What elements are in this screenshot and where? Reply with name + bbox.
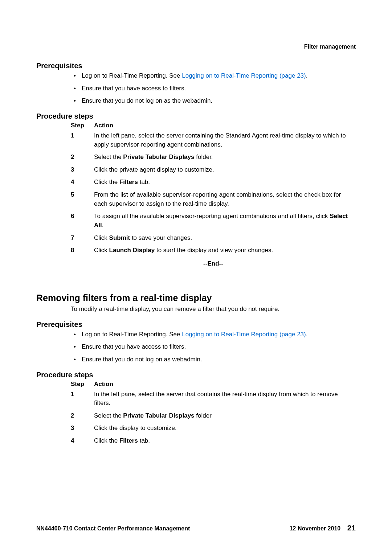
step-item: 5From the list of available supervisor-r… [71, 190, 356, 208]
page-footer: NN44400-710 Contact Center Performance M… [36, 524, 356, 532]
step-text: Click the Filters tab. [94, 178, 356, 187]
list-item: Log on to Real-Time Reporting. See Loggi… [71, 330, 356, 339]
prereq-list-2: Log on to Real-Time Reporting. See Loggi… [71, 330, 356, 364]
step-number: 3 [71, 424, 94, 433]
step-item: 3Click the display to customize. [71, 424, 356, 433]
step-number: 2 [71, 411, 94, 420]
list-item: Ensure that you have access to filters. [71, 84, 356, 93]
procedure-steps-heading-2: Procedure steps [36, 371, 356, 379]
step-text: To assign all the available supervisor-r… [94, 212, 356, 230]
prereq-list-1: Log on to Real-Time Reporting. See Loggi… [71, 71, 356, 106]
section-header: Filter management [304, 44, 356, 50]
step-number: 2 [71, 153, 94, 162]
end-marker: --End-- [71, 260, 356, 267]
step-item: 1In the left pane, select the server con… [71, 131, 356, 149]
step-number: 6 [71, 212, 94, 230]
step-number: 8 [71, 246, 94, 255]
list-item: Ensure that you do not log on as webadmi… [71, 355, 356, 364]
step-number: 1 [71, 390, 94, 408]
text: Log on to Real-Time Reporting. See [82, 72, 182, 79]
text: Ensure that you have access to filters. [82, 85, 186, 92]
footer-doc-id: NN44400-710 Contact Center Performance M… [36, 525, 190, 532]
step-item: 2Select the Private Tabular Displays fol… [71, 411, 356, 420]
step-number: 7 [71, 234, 94, 243]
text: Ensure that you have access to filters. [82, 343, 186, 350]
list-item: Log on to Real-Time Reporting. See Loggi… [71, 71, 356, 81]
step-text: Click the Filters tab. [94, 436, 356, 446]
col-action-label: Action [94, 122, 356, 129]
removing-filters-heading: Removing filters from a real-time displa… [36, 293, 356, 303]
step-text: From the list of available supervisor-re… [94, 190, 356, 208]
col-step-label: Step [71, 381, 94, 388]
procedure-steps-heading-1: Procedure steps [36, 112, 356, 120]
step-item: 6To assign all the available supervisor-… [71, 212, 356, 230]
step-text: Select the Private Tabular Displays fold… [94, 153, 356, 162]
step-text: In the left pane, select the server cont… [94, 131, 356, 149]
col-action-label: Action [94, 381, 356, 388]
step-number: 4 [71, 178, 94, 187]
step-number: 5 [71, 190, 94, 208]
step-item: 2Select the Private Tabular Displays fol… [71, 153, 356, 162]
step-text: Select the Private Tabular Displays fold… [94, 411, 356, 420]
steps-list-1: 1In the left pane, select the server con… [71, 131, 356, 255]
steps-list-2: 1In the left pane, select the server tha… [71, 390, 356, 446]
step-item: 3Click the private agent display to cust… [71, 165, 356, 175]
col-step-label: Step [71, 122, 94, 129]
text: . [306, 331, 308, 338]
step-number: 4 [71, 436, 94, 446]
list-item: Ensure that you have access to filters. [71, 342, 356, 352]
text: Ensure that you do not log on as the web… [82, 97, 212, 104]
footer-date: 12 November 2010 [290, 525, 341, 532]
link[interactable]: Logging on to Real-Time Reporting (page … [182, 72, 306, 79]
step-text: Click the private agent display to custo… [94, 165, 356, 175]
text: Log on to Real-Time Reporting. See [82, 331, 182, 338]
prerequisites-heading-1: Prerequisites [36, 62, 356, 70]
step-text: In the left pane, select the server that… [94, 390, 356, 408]
step-item: 4Click the Filters tab. [71, 178, 356, 187]
footer-right: 12 November 2010 21 [290, 524, 356, 532]
step-item: 7Click Submit to save your changes. [71, 234, 356, 243]
link[interactable]: Logging on to Real-Time Reporting (page … [182, 331, 306, 338]
steps-header-2: Step Action [71, 381, 356, 388]
step-number: 1 [71, 131, 94, 149]
text: . [306, 72, 308, 79]
step-text: Click the display to customize. [94, 424, 356, 433]
step-item: 4Click the Filters tab. [71, 436, 356, 446]
step-text: Click Launch Display to start the displa… [94, 246, 356, 255]
removing-filters-intro: To modify a real-time display, you can r… [71, 305, 356, 314]
prerequisites-heading-2: Prerequisites [36, 320, 356, 329]
list-item: Ensure that you do not log on as the web… [71, 97, 356, 106]
text: Ensure that you do not log on as webadmi… [82, 356, 202, 363]
step-item: 8Click Launch Display to start the displ… [71, 246, 356, 255]
step-number: 3 [71, 165, 94, 175]
step-text: Click Submit to save your changes. [94, 234, 356, 243]
steps-header-1: Step Action [71, 122, 356, 129]
footer-page-number: 21 [347, 524, 356, 532]
step-item: 1In the left pane, select the server tha… [71, 390, 356, 408]
